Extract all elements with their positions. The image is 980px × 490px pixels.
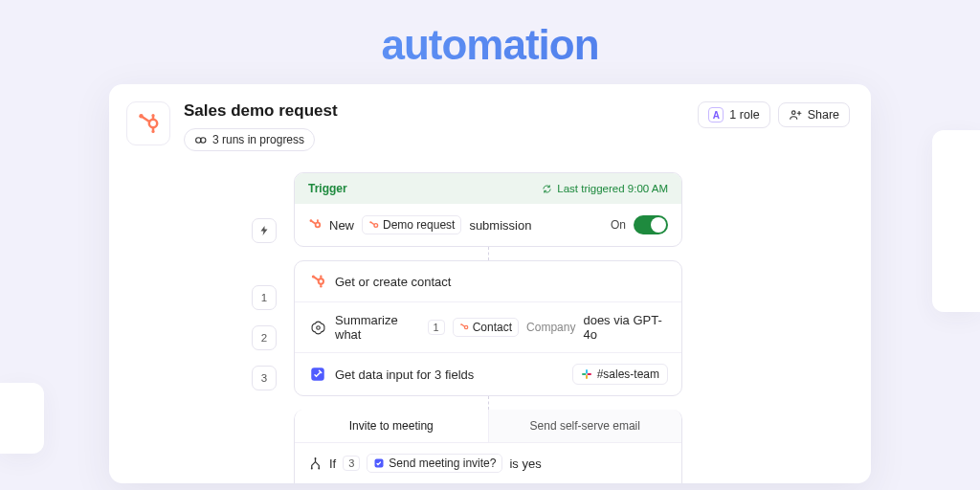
workflow-title: Sales demo request — [184, 101, 684, 121]
runs-text: 3 runs in progress — [212, 133, 304, 146]
hubspot-app-icon — [126, 101, 170, 145]
step-2-post: does via GPT-4o — [583, 313, 668, 342]
toggle-label: On — [611, 218, 626, 232]
refresh-icon — [542, 184, 552, 194]
trigger-card[interactable]: Trigger Last triggered 9:00 AM New Demo … — [294, 172, 682, 247]
decorative-card-right — [932, 130, 980, 312]
svg-point-14 — [317, 219, 319, 221]
svg-point-2 — [151, 114, 154, 117]
tab-invite-to-meeting[interactable]: Invite to meeting — [295, 410, 489, 442]
step-number-3: 3 — [252, 366, 277, 390]
step-2-ref-chip[interactable]: Contact — [453, 318, 519, 337]
step-2-pre: Summarize what — [335, 313, 420, 342]
svg-point-20 — [319, 278, 323, 283]
branch-suffix: is yes — [509, 457, 541, 471]
role-badge: A — [708, 107, 724, 122]
step-2-field: Company — [526, 321, 575, 334]
runs-in-progress-pill[interactable]: 3 runs in progress — [184, 128, 315, 151]
progress-icon — [194, 134, 207, 146]
svg-line-19 — [371, 222, 374, 224]
svg-point-26 — [320, 285, 322, 287]
svg-point-24 — [312, 275, 315, 278]
svg-point-28 — [464, 325, 467, 328]
hubspot-icon — [308, 272, 327, 291]
slack-icon — [581, 368, 592, 380]
trigger-suffix: submission — [469, 218, 531, 233]
svg-point-12 — [316, 223, 321, 228]
form-icon — [308, 365, 327, 384]
connector-line — [488, 247, 489, 260]
trigger-form-chip[interactable]: Demo request — [362, 215, 461, 234]
tab-send-self-serve-email[interactable]: Send self-serve email — [489, 410, 682, 442]
step-2-ref-num: 1 — [428, 320, 445, 335]
decorative-card-left — [0, 383, 44, 454]
hero-title: automation — [0, 0, 980, 69]
trigger-label: Trigger — [308, 182, 347, 195]
svg-point-9 — [791, 111, 795, 115]
svg-point-22 — [320, 275, 322, 277]
trigger-last-time: Last triggered 9:00 AM — [542, 183, 668, 194]
svg-line-5 — [143, 117, 150, 122]
branch-card: Invite to meeting Send self-serve email … — [294, 410, 682, 483]
svg-point-6 — [139, 114, 143, 118]
step-number-2: 2 — [252, 325, 277, 350]
svg-rect-35 — [587, 373, 591, 375]
bolt-icon — [258, 225, 270, 236]
branch-icon — [308, 457, 323, 471]
step-row-1[interactable]: Get or create contact — [295, 261, 681, 302]
roles-text: 1 role — [729, 108, 759, 122]
hubspot-icon — [137, 112, 160, 135]
svg-rect-34 — [586, 375, 588, 380]
workflow-card: Sales demo request 3 runs in progress A … — [109, 84, 871, 483]
hubspot-icon — [459, 323, 469, 332]
steps-card: Get or create contact Summarize what 1 C… — [294, 260, 682, 396]
if-label: If — [329, 457, 336, 471]
svg-point-0 — [149, 120, 157, 127]
svg-point-38 — [318, 467, 320, 469]
step-1-text: Get or create contact — [335, 275, 451, 289]
branch-ref-num: 3 — [343, 456, 360, 471]
trigger-toggle[interactable] — [634, 215, 668, 234]
svg-line-15 — [312, 221, 316, 224]
slack-channel-chip[interactable]: #sales-team — [572, 364, 668, 385]
step-3-text: Get data input for 3 fields — [335, 368, 474, 382]
svg-point-27 — [316, 325, 320, 329]
svg-point-17 — [374, 223, 378, 227]
svg-point-36 — [315, 457, 317, 458]
svg-point-4 — [151, 130, 154, 133]
branch-ref-chip[interactable]: Send meeting invite? — [367, 454, 502, 473]
svg-rect-33 — [582, 373, 587, 375]
openai-icon — [308, 318, 327, 337]
svg-rect-32 — [586, 369, 588, 374]
svg-line-30 — [461, 324, 464, 326]
share-icon — [789, 108, 802, 122]
trigger-side-badge — [252, 218, 277, 243]
svg-point-37 — [311, 467, 313, 469]
hubspot-icon — [308, 218, 322, 232]
svg-point-16 — [310, 219, 313, 222]
form-icon — [373, 457, 385, 469]
trigger-prefix: New — [329, 218, 354, 233]
roles-button[interactable]: A 1 role — [698, 101, 769, 128]
step-row-2[interactable]: Summarize what 1 Contact Company does vi… — [295, 302, 681, 353]
connector-line — [488, 396, 489, 410]
hubspot-icon — [368, 220, 379, 231]
share-label: Share — [808, 108, 839, 122]
svg-line-23 — [314, 277, 319, 279]
step-number-1: 1 — [252, 285, 277, 310]
share-button[interactable]: Share — [778, 102, 850, 127]
step-row-3[interactable]: Get data input for 3 fields #sales-team — [295, 353, 681, 395]
